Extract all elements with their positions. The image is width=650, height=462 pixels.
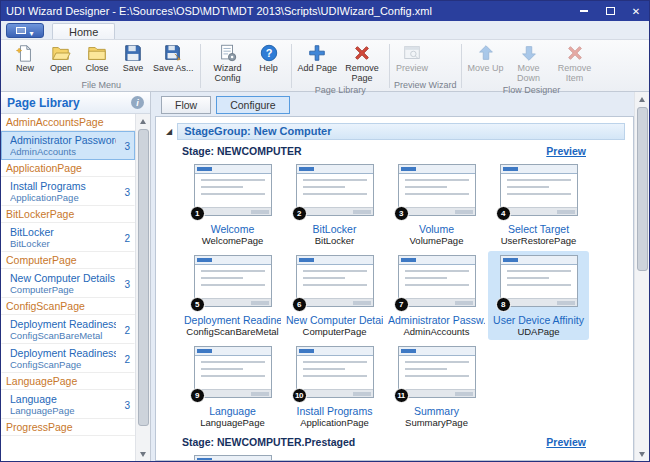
open-button[interactable]: Open <box>43 41 79 74</box>
page-grid: 1WelcomeWelcomePage2BitLockerBitLocker3V… <box>182 160 590 433</box>
page-number-badge: 8 <box>496 297 511 312</box>
main-scroll-thumb[interactable] <box>637 107 648 271</box>
wizard-page-card-computerpage[interactable]: 6New Computer DetailsComputerPage <box>284 251 385 340</box>
page-card-title: New Computer Details <box>286 314 383 326</box>
wizard-page-card-adminaccounts[interactable]: 7Administrator Passw...AdminAccounts <box>386 251 487 340</box>
wizard-page-card-configscanbaremetal[interactable]: 5Deployment ReadinessConfigScanBareMetal <box>182 251 283 340</box>
collapse-expander-icon[interactable] <box>166 128 172 136</box>
info-icon[interactable] <box>131 96 144 109</box>
page-library-title: Page Library <box>7 96 131 110</box>
remove-item-button: Remove Item <box>552 41 598 84</box>
save-as-icon <box>163 43 183 63</box>
page-grid <box>182 451 590 461</box>
app-menu-button[interactable] <box>6 23 44 38</box>
scroll-down-icon[interactable] <box>635 447 650 461</box>
title-bar: UDI Wizard Designer - E:\Sources\OSD\MDT… <box>1 1 649 21</box>
wizard-page-card-applicationpage[interactable]: 10Install ProgramsApplicationPage <box>284 342 385 431</box>
page-library-body: AdminAccountsPageAdministrator PasswordA… <box>1 114 150 461</box>
save-icon <box>123 43 143 63</box>
page-item-title: BitLocker <box>10 226 116 238</box>
page-library-item-applicationpage[interactable]: Install ProgramsApplicationPage3 <box>1 177 135 206</box>
app-menu-icon <box>16 27 26 34</box>
wizard-page-card-welcomepage[interactable]: 1WelcomeWelcomePage <box>182 160 283 249</box>
page-item-subtitle: ConfigScanBareMetal <box>10 330 116 341</box>
maximize-icon <box>606 7 615 15</box>
save-button[interactable]: Save <box>115 41 151 74</box>
page-item-title: Deployment Readiness <box>10 347 116 359</box>
page-thumbnail: 11 <box>398 346 476 398</box>
page-item-subtitle: AdminAccounts <box>10 146 116 157</box>
page-card-title: Language <box>184 405 281 417</box>
tab-home[interactable]: Home <box>52 23 115 39</box>
ribbon-button-label: Remove Item <box>554 64 596 84</box>
page-item-count: 3 <box>124 186 130 197</box>
scroll-up-icon[interactable] <box>136 114 151 128</box>
page-card-title: Volume <box>388 223 485 235</box>
page-thumbnail: 6 <box>296 255 374 307</box>
main-scrollbar[interactable] <box>634 92 649 461</box>
scroll-down-icon[interactable] <box>136 447 151 461</box>
tab-flow[interactable]: Flow <box>161 96 211 114</box>
ribbon-button-label: Wizard Config <box>207 64 249 84</box>
page-card-title: Summary <box>388 405 485 417</box>
window-title: UDI Wizard Designer - E:\Sources\OSD\MDT… <box>6 5 571 17</box>
page-group-computerpage: ComputerPage <box>1 252 135 269</box>
close-button[interactable] <box>623 1 649 21</box>
sidebar-scroll-thumb[interactable] <box>138 129 149 426</box>
page-library-item-languagepage[interactable]: LanguageLanguagePage3 <box>1 390 135 419</box>
page-card-subtitle: LanguagePage <box>184 417 281 428</box>
wizard-page-card-summarypage[interactable]: 11SummarySummaryPage <box>386 342 487 431</box>
remove-page-button[interactable]: Remove Page <box>339 41 385 84</box>
close-button[interactable]: Close <box>79 41 115 74</box>
wizard-page-card-partial[interactable] <box>182 451 283 461</box>
new-button[interactable]: New <box>7 41 43 74</box>
page-card-subtitle: ComputerPage <box>286 326 383 337</box>
ribbon-group-flow-designer: Move UpMove DownRemove ItemFlow Designer <box>464 41 600 91</box>
wizard-page-card-volumepage[interactable]: 3VolumeVolumePage <box>386 160 487 249</box>
page-number-badge: 9 <box>190 388 205 403</box>
ribbon-tab-row: Home <box>1 21 649 39</box>
page-library-item-computerpage[interactable]: New Computer DetailsComputerPage3 <box>1 269 135 298</box>
tab-configure[interactable]: Configure <box>216 96 290 114</box>
ribbon-button-label: Preview <box>396 64 428 74</box>
wizard-config-icon <box>218 43 238 63</box>
page-card-title: Deployment Readiness <box>184 314 281 326</box>
page-item-count: 3 <box>124 278 130 289</box>
minimize-button[interactable] <box>571 1 597 21</box>
help-button[interactable]: ?Help <box>251 41 287 74</box>
maximize-button[interactable] <box>597 1 623 21</box>
wizard-page-card-languagepage[interactable]: 9LanguageLanguagePage <box>182 342 283 431</box>
stage-group-header[interactable]: StageGroup: New Computer <box>177 123 625 140</box>
wizard-page-card-udapage[interactable]: 8User Device AffinityUDAPage <box>488 251 589 340</box>
scroll-up-icon[interactable] <box>635 92 650 106</box>
main-scroll-track[interactable] <box>635 106 650 447</box>
page-card-title: User Device Affinity <box>490 314 587 326</box>
page-card-title: BitLocker <box>286 223 383 235</box>
page-thumbnail: 5 <box>194 255 272 307</box>
page-number-badge: 5 <box>190 297 205 312</box>
page-library-item-configscanpage[interactable]: Deployment ReadinessConfigScanPage2 <box>1 344 135 373</box>
page-library-item-configscanbaremetal[interactable]: Deployment ReadinessConfigScanBareMetal2 <box>1 315 135 344</box>
page-library-item-bitlocker[interactable]: BitLockerBitLocker2 <box>1 223 135 252</box>
wizard-config-button[interactable]: Wizard Config <box>205 41 251 84</box>
wizard-page-card-bitlocker[interactable]: 2BitLockerBitLocker <box>284 160 385 249</box>
sidebar-scrollbar[interactable] <box>135 114 150 461</box>
page-group-languagepage: LanguagePage <box>1 373 135 390</box>
sidebar-scroll-track[interactable] <box>136 128 151 447</box>
page-number-badge: 10 <box>292 388 307 403</box>
save-as-button[interactable]: Save As... <box>151 41 196 74</box>
page-number-badge: 3 <box>394 206 409 221</box>
configure-view: StageGroup: New Computer Stage: NEWCOMPU… <box>155 116 634 461</box>
add-page-button[interactable]: Add Page <box>296 41 340 74</box>
page-card-subtitle: ConfigScanBareMetal <box>184 326 281 337</box>
page-library-item-adminaccounts[interactable]: Administrator PasswordAdminAccounts3 <box>1 131 135 160</box>
ribbon-button-label: Help <box>259 64 278 74</box>
stage-title: Stage: NEWCOMPUTER.Prestaged <box>182 436 546 448</box>
preview-link[interactable]: Preview <box>546 436 586 448</box>
ribbon-button-label: Add Page <box>298 64 338 74</box>
ribbon-group-tools: Wizard Config?Help <box>203 41 289 91</box>
page-item-count: 2 <box>124 324 130 335</box>
wizard-page-card-userrestorepage[interactable]: 4Select TargetUserRestorePage <box>488 160 589 249</box>
page-number-badge: 6 <box>292 297 307 312</box>
preview-link[interactable]: Preview <box>546 145 586 157</box>
